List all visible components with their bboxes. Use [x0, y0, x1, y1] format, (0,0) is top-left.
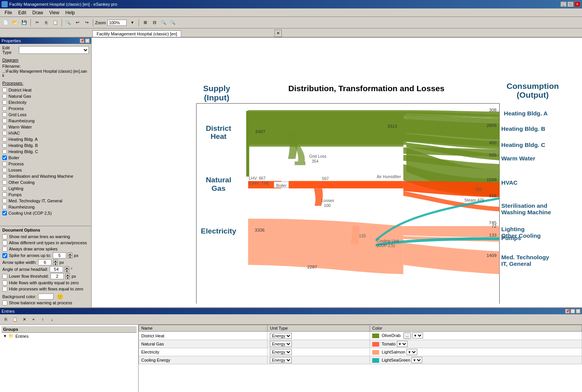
menu-view[interactable]: View: [46, 10, 62, 16]
undo-button[interactable]: ↩: [73, 18, 82, 27]
unit-select-cooling[interactable]: Energy: [270, 357, 292, 363]
menu-help[interactable]: Help: [62, 10, 78, 16]
process-checkbox-lighting[interactable]: [2, 186, 7, 191]
close-button[interactable]: ✕: [574, 2, 580, 7]
panel-pin-button[interactable]: 📌: [80, 38, 84, 43]
spike-arrows-input[interactable]: [53, 252, 66, 259]
process-checkbox-boiler[interactable]: [2, 155, 7, 160]
process-checkbox-hvac[interactable]: [2, 131, 7, 135]
panel-close-button[interactable]: ✕: [85, 38, 90, 43]
bg-color-swatch[interactable]: [38, 294, 54, 300]
checkbox-draw-spikes[interactable]: [2, 247, 7, 252]
flow-threshold-up[interactable]: ▲: [65, 273, 70, 276]
edit-type-label: Edit Type: [2, 45, 17, 55]
natural-gas-label: Natural: [206, 176, 231, 184]
panel-header-buttons: 📌 ✕: [80, 38, 90, 43]
open-button[interactable]: 📂: [11, 18, 19, 27]
zoom-dropdown-button[interactable]: ▾: [128, 18, 137, 27]
process-checkbox-sterilisation[interactable]: [2, 174, 7, 178]
entries-delete-btn[interactable]: ✕: [20, 315, 28, 324]
angle-up[interactable]: ▲: [65, 266, 69, 269]
process-checkbox-med-tech[interactable]: [2, 199, 7, 203]
spike-width-up[interactable]: ▲: [53, 259, 58, 262]
process-checkbox-process1[interactable]: [2, 106, 7, 111]
process-checkbox-raumheizung2[interactable]: [2, 205, 7, 209]
supply-title: Supply: [203, 84, 231, 93]
spike-width-input[interactable]: [38, 259, 52, 265]
spike-arrows-down[interactable]: ▼: [68, 255, 72, 259]
checkbox-hide-processes[interactable]: [2, 287, 7, 292]
main-tab[interactable]: Facility Management Hospital (classic) […: [92, 30, 181, 37]
color-select-cooling[interactable]: ▾: [411, 357, 422, 363]
menu-file[interactable]: File: [2, 10, 15, 16]
expand-icon[interactable]: ▼: [3, 334, 7, 338]
unit-select-electricity[interactable]: Energy: [270, 349, 292, 355]
process-checkbox-cooling-unit[interactable]: [2, 211, 7, 215]
menu-edit[interactable]: Edit: [15, 10, 29, 16]
cut-button[interactable]: ✂: [33, 18, 41, 27]
process-checkbox-electricity[interactable]: [2, 100, 7, 105]
checkbox-balance-warning[interactable]: [2, 300, 7, 305]
col-name: Name: [139, 325, 268, 332]
checkbox-red-arrow[interactable]: [2, 234, 7, 239]
new-button[interactable]: 📄: [2, 18, 10, 27]
fit-button[interactable]: ⊞: [141, 18, 149, 27]
copy-button[interactable]: ⎘: [42, 18, 50, 27]
zoom-label: Zoom: [95, 20, 106, 25]
process-checkbox-losses[interactable]: [2, 168, 7, 172]
menu-draw[interactable]: Draw: [29, 10, 46, 16]
angle-input[interactable]: [50, 266, 63, 272]
groups-entries-item[interactable]: ▼ 📁 Entries: [2, 333, 137, 339]
unit-select-natural-gas[interactable]: Energy: [270, 341, 292, 347]
entries-copy-btn[interactable]: ⎘: [2, 315, 10, 324]
process-item-cooling-unit: Cooling Unit (COP 2,5): [2, 210, 89, 216]
spike-width-down[interactable]: ▼: [53, 262, 58, 265]
entries-add-btn[interactable]: +: [29, 315, 38, 324]
save-button[interactable]: 💾: [20, 18, 28, 27]
search-button[interactable]: 🔍: [64, 18, 72, 27]
process-checkbox-warm-water[interactable]: [2, 125, 7, 129]
process-checkbox-grid-loss[interactable]: [2, 112, 7, 117]
spike-arrows-up[interactable]: ▲: [68, 252, 72, 255]
tab-close-all[interactable]: ✕: [274, 30, 282, 37]
entries-paste-btn[interactable]: 📋: [11, 315, 19, 324]
angle-down[interactable]: ▼: [65, 269, 69, 272]
process-checkbox-district-heat[interactable]: [2, 88, 7, 92]
checkbox-spike-arrows[interactable]: [2, 253, 7, 258]
maximize-button[interactable]: □: [567, 2, 574, 7]
redo-button[interactable]: ↪: [82, 18, 91, 27]
paste-button[interactable]: 📋: [51, 18, 60, 27]
out-label-med2: IT, General: [501, 260, 531, 267]
zoom-input[interactable]: [107, 20, 127, 26]
entries-close-button[interactable]: ✕: [576, 309, 580, 314]
checkbox-hide-zero[interactable]: [2, 280, 7, 285]
zoom-out-button[interactable]: 🔍: [169, 18, 177, 27]
flow-threshold-input[interactable]: [50, 273, 64, 279]
grid-button[interactable]: ⊟: [150, 18, 159, 27]
color-select-electricity[interactable]: ▾: [406, 349, 417, 355]
process-checkbox-natural-gas[interactable]: [2, 94, 7, 98]
color-select-district-heat[interactable]: ▾: [412, 332, 423, 339]
zoom-in-button[interactable]: 🔍: [159, 18, 168, 27]
color-select-natural-gas[interactable]: ▾: [397, 341, 408, 347]
entries-up-btn[interactable]: ↑: [38, 315, 47, 324]
edit-type-select[interactable]: [19, 46, 89, 54]
checkbox-diff-units[interactable]: [2, 240, 7, 245]
entries-down-btn[interactable]: ↓: [48, 315, 56, 324]
process-checkbox-heating-c[interactable]: [2, 149, 7, 154]
process-checkbox-raumheizung[interactable]: [2, 118, 7, 123]
flow-threshold-down[interactable]: ▼: [65, 276, 70, 279]
unit-select-district-heat[interactable]: Energy: [270, 333, 292, 339]
entries-pin-button[interactable]: 📌: [565, 309, 570, 314]
process-checkbox-heating-a[interactable]: [2, 137, 7, 142]
minimize-button[interactable]: _: [560, 2, 567, 7]
entries-float-button[interactable]: ⊞: [570, 309, 575, 314]
color-swatch-natural-gas: [372, 342, 379, 347]
process-checkbox-process2[interactable]: [2, 162, 7, 166]
process-checkbox-other-cooling[interactable]: [2, 180, 7, 185]
color-btn-district-heat[interactable]: ...: [403, 332, 411, 339]
process-checkbox-pumps[interactable]: [2, 192, 7, 197]
smiley-icon[interactable]: 🙂: [57, 294, 63, 300]
process-checkbox-heating-b[interactable]: [2, 143, 7, 148]
checkbox-flow-threshold[interactable]: [2, 274, 7, 279]
